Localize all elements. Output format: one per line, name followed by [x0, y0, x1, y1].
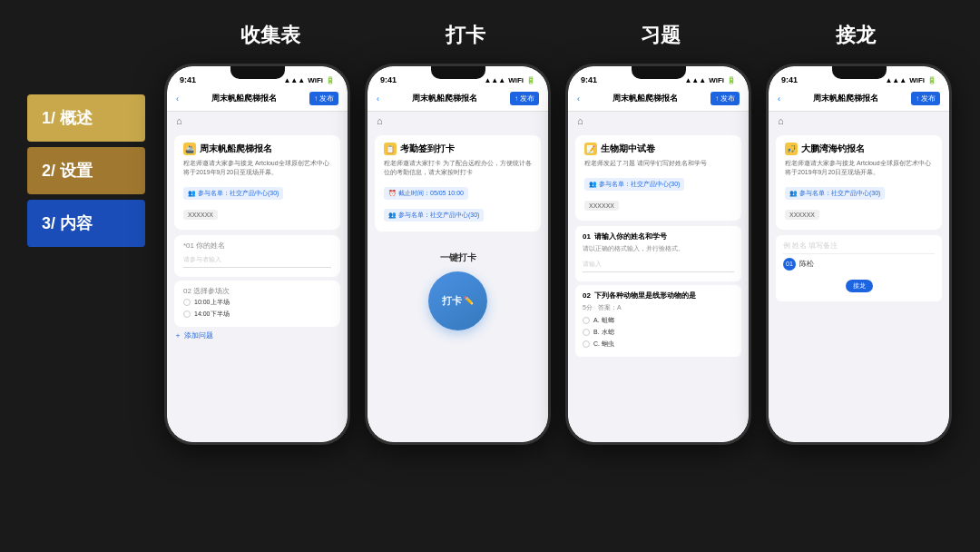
phone-checkin: 9:41 ▲▲▲ WiFi 🔋 ‹ 周末帆船爬梯报名 ↑ 发布: [365, 64, 551, 445]
quiz-q1: 01 请输入你的姓名和学号 请以正确的格式输入，并行验格式。 请输入: [575, 226, 741, 281]
screen-relay: 9:41 ▲▲▲ WiFi 🔋 ‹ 周末帆船爬梯报名 ↑ 发布: [769, 66, 949, 442]
nav-bar-1: ‹ 周末帆船爬梯报名 ↑ 发布: [167, 88, 348, 112]
phone-content-1: 🚢 周末帆船爬梯报名 程老师邀请大家参与接龙 Artcloud全球原创艺术中心将…: [167, 130, 348, 442]
publish-btn-3[interactable]: ↑ 发布: [710, 92, 740, 105]
people-icon-2: 👥: [388, 212, 397, 219]
q2-header: 02 下列各种动物里是线形动物的是: [583, 291, 734, 301]
relay-item-1: 01 陈松: [783, 258, 935, 271]
nav-bar-4: ‹ 周末帆船爬梯报名 ↑ 发布: [769, 88, 949, 112]
card-desc-2: 程老师邀请大家打卡 为了配合远程办公，方便统计各位的考勤信息，请大家按时打卡: [384, 159, 532, 177]
card-title-4: 🎣 大鹏湾海钓报名: [785, 143, 933, 155]
qa-circle1[interactable]: [583, 317, 590, 324]
screen-checkin: 9:41 ▲▲▲ WiFi 🔋 ‹ 周末帆船爬梯报名 ↑ 发布: [368, 66, 548, 442]
checkin-label: 一键打卡: [440, 251, 476, 264]
q1-sub: 请以正确的格式输入，并行验格式。: [583, 244, 734, 253]
phone-content-2: 📋 考勤签到打卡 程老师邀请大家打卡 为了配合远程办公，方便统计各位的考勤信息，…: [368, 130, 548, 442]
card-3: 📝 生物期中试卷 程老师发起了习题 请同学们写好姓名和学号 👥 参与名单：社交产…: [575, 135, 741, 221]
qa-option2-text: B. 水螅: [593, 328, 614, 337]
checkin-circle-btn[interactable]: 打卡 ✏️: [428, 271, 487, 330]
tag-icon-1: 👥: [188, 190, 196, 197]
qa-option3: C. 蛔虫: [583, 340, 734, 349]
phone-collection: 9:41 ▲▲▲ WiFi 🔋 ‹ 周末帆船爬梯报名 ↑ 发布: [164, 64, 350, 445]
q1-header: 01 请输入你的姓名和学号: [583, 232, 734, 242]
home-bar-3: ⌂: [568, 112, 749, 130]
card-icon-1: 🚢: [183, 143, 196, 155]
sidebar-item-settings[interactable]: 2/ 设置: [27, 147, 145, 194]
checkin-circle-text: 打卡 ✏️: [442, 294, 474, 308]
share-icon-4: ↑: [916, 94, 919, 103]
screen-quiz: 9:41 ▲▲▲ WiFi 🔋 ‹ 周末帆船爬梯报名 ↑ 发布: [568, 66, 749, 442]
notch-1: [230, 66, 285, 79]
qa-option1: A. 蛆螂: [583, 316, 734, 325]
status-icons-2: ▲▲▲ WiFi 🔋: [484, 76, 535, 84]
qa-circle2[interactable]: [583, 329, 590, 336]
qa-option1-text: A. 蛆螂: [593, 316, 614, 325]
relay-name-1: 陈松: [799, 259, 814, 269]
form-q1: *01 你的姓名 请参与者输入: [174, 235, 340, 277]
checkin-area: 一键打卡 打卡 ✏️: [368, 237, 548, 345]
option1-text: 10:00上半场: [194, 298, 230, 307]
phone-content-4: 🎣 大鹏湾海钓报名 程老师邀请大家参与接龙 Artcloud全球原创艺术中心将于…: [769, 130, 949, 442]
tag1-1: 👥 参与名单：社交产品中心(30): [183, 187, 283, 200]
phone-content-3: 📝 生物期中试卷 程老师发起了习题 请同学们写好姓名和学号 👥 参与名单：社交产…: [568, 130, 749, 442]
card-desc-1: 程老师邀请大家参与接龙 Artcloud全球原创艺术中心将于2019年9月20日…: [183, 159, 331, 177]
tag2-2: 👥 参与名单：社交产品中心(30): [384, 209, 484, 222]
publish-btn-1[interactable]: ↑ 发布: [309, 92, 338, 105]
status-icons-3: ▲▲▲ WiFi 🔋: [684, 76, 736, 84]
card-title-2: 📋 考勤签到打卡: [384, 143, 532, 155]
qa-circle3[interactable]: [583, 340, 590, 348]
relay-num-1: 01: [783, 258, 796, 271]
notch-3: [632, 66, 686, 79]
field1-input[interactable]: 请参与者输入: [183, 252, 331, 268]
notch-2: [431, 66, 485, 79]
tag1-4: 👥 参与名单：社交产品中心(30): [785, 187, 885, 200]
relay-join-btn[interactable]: 接龙: [846, 280, 873, 292]
card-desc-3: 程老师发起了习题 请同学们写好姓名和学号: [584, 159, 732, 168]
relay-input-area: 例 姓名 填写备注 01 陈松 接龙: [776, 235, 942, 301]
people-icon-3: 👥: [589, 181, 597, 188]
tag2-3: XXXXXX: [584, 201, 619, 211]
card-desc-4: 程老师邀请大家参与接龙 Artcloud全球原创艺术中心将于2019年9月20日…: [785, 159, 933, 177]
option1-row: 10:00上半场: [183, 298, 331, 307]
home-icon-1[interactable]: ⌂: [176, 115, 182, 126]
card-title-3: 📝 生物期中试卷: [584, 143, 732, 155]
content-area: 收集表 打卡 习题 接龙 9:41 ▲▲▲ WiFi 🔋: [163, 22, 953, 445]
screen-collection: 9:41 ▲▲▲ WiFi 🔋 ‹ 周末帆船爬梯报名 ↑ 发布: [167, 66, 348, 442]
card-2: 📋 考勤签到打卡 程老师邀请大家打卡 为了配合远程办公，方便统计各位的考勤信息，…: [375, 135, 541, 232]
home-icon-4[interactable]: ⌂: [778, 115, 784, 126]
field2-num: 02 选择参场次: [183, 286, 331, 296]
share-icon-1: ↑: [314, 94, 318, 103]
phones-row: 9:41 ▲▲▲ WiFi 🔋 ‹ 周末帆船爬梯报名 ↑ 发布: [163, 64, 953, 445]
option1-circle[interactable]: [183, 299, 191, 306]
publish-btn-2[interactable]: ↑ 发布: [510, 92, 539, 105]
sidebar: 1/ 概述 2/ 设置 3/ 内容: [27, 94, 145, 247]
main-container: 1/ 概述 2/ 设置 3/ 内容 收集表 打卡 习题 接龙 9:41: [27, 22, 953, 530]
tag1-2: ⏰ 截止时间：05/05 10:00: [384, 187, 468, 200]
share-icon-2: ↑: [514, 94, 518, 103]
edit-icon: ✏️: [464, 296, 474, 305]
qa-option2: B. 水螅: [583, 328, 734, 337]
notch-4: [832, 66, 887, 79]
option2-row: 14:00下半场: [183, 310, 331, 319]
plus-icon: ＋: [174, 330, 181, 340]
q1-input[interactable]: 请输入: [583, 257, 734, 272]
score-row: 5分 答案：A: [583, 303, 734, 312]
home-icon-2[interactable]: ⌂: [377, 115, 383, 126]
col-header-collection: 收集表: [180, 22, 361, 49]
col-header-checkin: 打卡: [375, 22, 556, 49]
tag2-4: XXXXXX: [785, 210, 819, 220]
sidebar-item-overview[interactable]: 1/ 概述: [27, 94, 145, 142]
home-bar-4: ⌂: [769, 112, 949, 130]
col-header-quiz: 习题: [570, 22, 751, 49]
nav-bar-2: ‹ 周末帆船爬梯报名 ↑ 发布: [368, 88, 548, 112]
status-icons-1: ▲▲▲ WiFi 🔋: [283, 76, 335, 84]
relay-placeholder[interactable]: 例 姓名 填写备注: [783, 241, 935, 254]
sidebar-item-content[interactable]: 3/ 内容: [27, 200, 145, 247]
status-icons-4: ▲▲▲ WiFi 🔋: [885, 76, 936, 84]
home-icon-3[interactable]: ⌂: [577, 115, 583, 126]
add-question-btn[interactable]: ＋ 添加问题: [174, 330, 340, 340]
clock-icon: ⏰: [388, 190, 397, 197]
publish-btn-4[interactable]: ↑ 发布: [911, 92, 940, 105]
option2-circle[interactable]: [183, 310, 191, 318]
qa-option3-text: C. 蛔虫: [593, 340, 614, 349]
